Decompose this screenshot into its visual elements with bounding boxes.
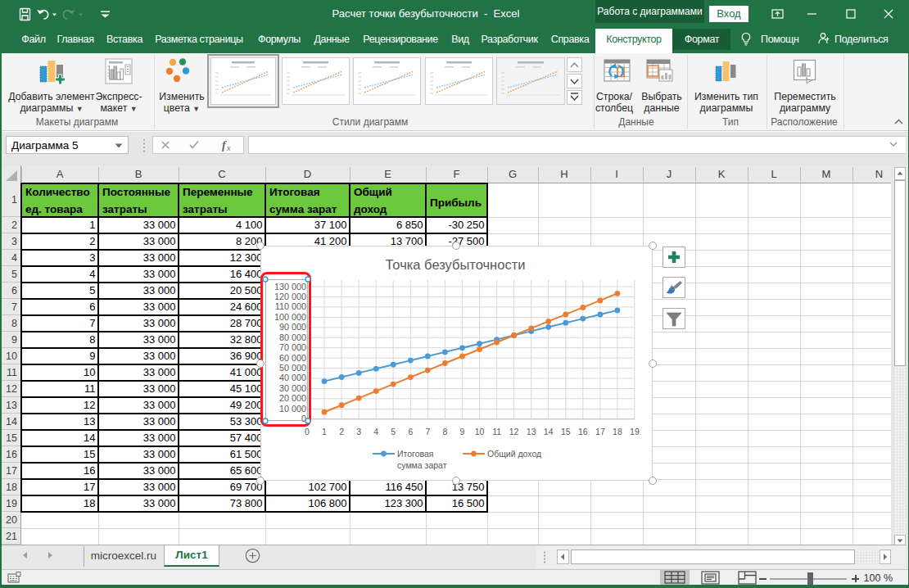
svg-text:Итоговая: Итоговая — [397, 449, 434, 459]
svg-text:11: 11 — [492, 427, 501, 436]
svg-text:14: 14 — [544, 427, 554, 436]
svg-text:16: 16 — [578, 427, 588, 436]
svg-text:сумма зарат: сумма зарат — [397, 460, 447, 470]
svg-text:x: x — [226, 143, 231, 152]
svg-text:5: 5 — [391, 427, 396, 436]
svg-text:1: 1 — [322, 427, 327, 436]
svg-text:7: 7 — [425, 427, 430, 436]
svg-text:Общий доход: Общий доход — [487, 449, 541, 459]
svg-text:8: 8 — [442, 427, 447, 436]
svg-text:18: 18 — [613, 427, 622, 436]
svg-text:13: 13 — [527, 427, 536, 436]
svg-text:Точка безубыточности: Точка безубыточности — [386, 257, 526, 272]
svg-text:3: 3 — [356, 427, 361, 436]
svg-text:6: 6 — [408, 427, 413, 436]
svg-text:15: 15 — [561, 427, 571, 436]
svg-text:12: 12 — [509, 427, 519, 436]
svg-text:17: 17 — [595, 427, 605, 436]
svg-text:10: 10 — [475, 427, 485, 436]
svg-text:19: 19 — [630, 427, 640, 436]
svg-text:2: 2 — [339, 427, 344, 436]
svg-text:4: 4 — [373, 427, 378, 436]
svg-text:9: 9 — [460, 427, 465, 436]
